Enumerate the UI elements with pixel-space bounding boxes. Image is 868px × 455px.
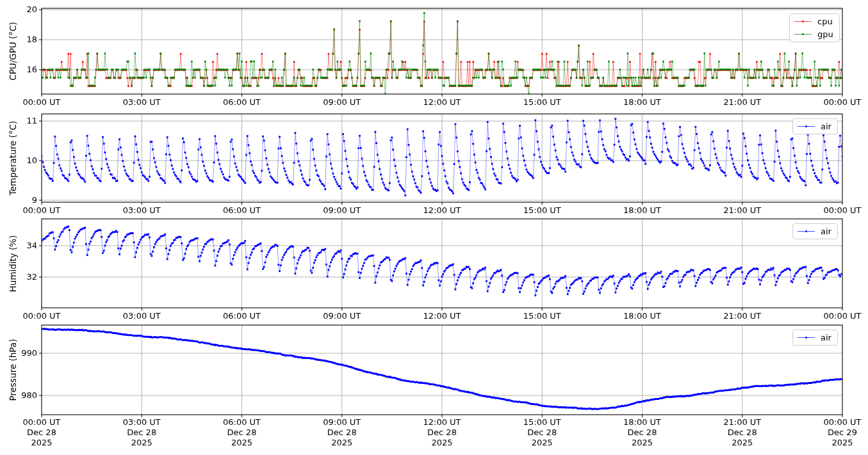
x-tick-label-cpu-gpu: 00:00 UT xyxy=(814,97,868,108)
x-tick-label-humidity: 00:00 UT xyxy=(814,311,868,321)
legend-item-air: air xyxy=(798,121,831,132)
x-tick-label-temperature: 15:00 UT xyxy=(513,205,571,216)
legend-cpu-gpu: cpugpu xyxy=(789,13,840,42)
x-tick-label-pressure: 12:00 UT xyxy=(413,417,471,427)
x-tick-label-temperature: 00:00 UT xyxy=(814,205,868,216)
legend-label: air xyxy=(821,333,831,342)
multi-panel-timeseries-figure: CPU/GPU (°C)16182000:00 UT03:00 UT06:00 … xyxy=(0,0,868,455)
x-tick-date: Dec 29 xyxy=(814,427,868,438)
x-tick-year: 2025 xyxy=(113,438,170,448)
x-tick-label-temperature: 06:00 UT xyxy=(213,205,271,216)
x-tick-label-humidity: 09:00 UT xyxy=(313,311,371,321)
x-tick-label-humidity: 18:00 UT xyxy=(614,311,671,321)
x-tick-label-humidity: 06:00 UT xyxy=(213,311,271,321)
x-tick-label-cpu-gpu: 21:00 UT xyxy=(714,97,771,108)
legend-humidity: air xyxy=(792,223,838,239)
x-tick-label-temperature: 18:00 UT xyxy=(614,205,671,216)
x-tick-year: 2025 xyxy=(313,438,371,448)
x-tick-label-temperature: 12:00 UT xyxy=(413,205,471,216)
y-tick-label-temperature: 10 xyxy=(1,156,37,166)
y-tick-label-cpu-gpu: 16 xyxy=(1,65,37,75)
x-tick-label-pressure: 09:00 UT xyxy=(313,417,371,427)
x-tick-label-humidity: 03:00 UT xyxy=(113,311,170,321)
legend-item-cpu: cpu xyxy=(794,16,833,27)
x-tick-year: 2025 xyxy=(13,438,70,448)
x-tick-label-temperature: 09:00 UT xyxy=(313,205,371,216)
legend-label: air xyxy=(821,227,831,236)
x-tick-year: 2025 xyxy=(213,438,271,448)
x-tick-year: 2025 xyxy=(513,438,571,448)
x-tick-date: Dec 28 xyxy=(513,427,571,438)
x-tick-year: 2025 xyxy=(814,438,868,448)
axes-spines-layer xyxy=(0,0,868,455)
legend-label: gpu xyxy=(817,29,833,39)
y-tick-label-cpu-gpu: 18 xyxy=(1,35,37,45)
y-tick-label-cpu-gpu: 20 xyxy=(1,4,37,15)
x-tick-label-cpu-gpu: 09:00 UT xyxy=(313,97,371,108)
x-tick-label-pressure: 21:00 UT xyxy=(714,417,771,427)
legend-line-marker-icon xyxy=(798,337,815,339)
x-tick-label-humidity: 00:00 UT xyxy=(13,311,70,321)
legend-pressure: air xyxy=(792,330,838,346)
x-tick-label-humidity: 21:00 UT xyxy=(714,311,771,321)
legend-line-marker-icon xyxy=(794,33,812,35)
x-tick-label-temperature: 03:00 UT xyxy=(113,205,170,216)
x-tick-year: 2025 xyxy=(614,438,671,448)
legend-line-marker-icon xyxy=(794,20,812,22)
y-tick-label-temperature: 9 xyxy=(1,195,37,205)
x-tick-date: Dec 28 xyxy=(213,427,271,438)
x-tick-label-pressure: 06:00 UT xyxy=(213,417,271,427)
legend-label: air xyxy=(821,122,831,131)
x-tick-label-cpu-gpu: 15:00 UT xyxy=(513,97,571,108)
x-tick-label-cpu-gpu: 06:00 UT xyxy=(213,97,271,108)
x-tick-label-pressure: 00:00 UT xyxy=(814,417,868,427)
legend-line-marker-icon xyxy=(798,230,815,232)
x-tick-date: Dec 28 xyxy=(714,427,771,438)
x-tick-date: Dec 28 xyxy=(313,427,371,438)
y-tick-label-pressure: 980 xyxy=(1,390,37,401)
x-tick-label-humidity: 12:00 UT xyxy=(413,311,471,321)
x-tick-label-pressure: 15:00 UT xyxy=(513,417,571,427)
x-tick-label-cpu-gpu: 00:00 UT xyxy=(13,97,70,108)
x-tick-label-cpu-gpu: 18:00 UT xyxy=(614,97,671,108)
x-tick-year: 2025 xyxy=(714,438,771,448)
legend-label: cpu xyxy=(817,17,833,26)
x-tick-label-cpu-gpu: 03:00 UT xyxy=(113,97,170,108)
x-tick-label-pressure: 18:00 UT xyxy=(614,417,671,427)
y-tick-label-temperature: 11 xyxy=(1,116,37,126)
x-tick-label-humidity: 15:00 UT xyxy=(513,311,571,321)
y-tick-label-humidity: 32 xyxy=(1,272,37,282)
legend-line-marker-icon xyxy=(798,125,815,127)
x-tick-label-pressure: 00:00 UT xyxy=(13,417,70,427)
y-tick-label-pressure: 990 xyxy=(1,348,37,358)
legend-item-air: air xyxy=(798,226,831,237)
y-tick-label-humidity: 34 xyxy=(1,241,37,251)
x-tick-date: Dec 28 xyxy=(614,427,671,438)
x-tick-label-temperature: 00:00 UT xyxy=(13,205,70,216)
x-tick-label-pressure: 03:00 UT xyxy=(113,417,170,427)
x-tick-label-temperature: 21:00 UT xyxy=(714,205,771,216)
x-tick-date: Dec 28 xyxy=(413,427,471,438)
x-tick-year: 2025 xyxy=(413,438,471,448)
legend-temperature: air xyxy=(792,118,838,134)
legend-item-air: air xyxy=(798,332,831,343)
x-tick-date: Dec 28 xyxy=(113,427,170,438)
x-tick-date: Dec 28 xyxy=(13,427,70,438)
legend-item-gpu: gpu xyxy=(794,29,833,40)
x-tick-label-cpu-gpu: 12:00 UT xyxy=(413,97,471,108)
